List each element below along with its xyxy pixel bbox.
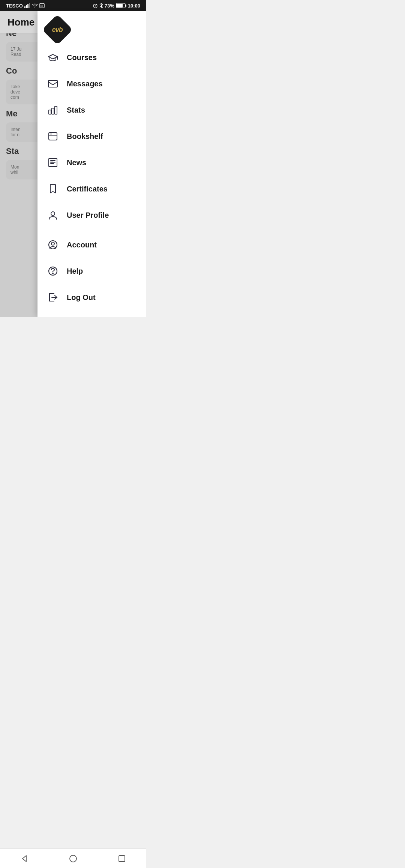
wifi-icon <box>32 3 38 8</box>
nav-label-stats: Stats <box>67 106 85 115</box>
nav-item-account[interactable]: Account <box>38 232 146 258</box>
nav-item-messages[interactable]: Messages <box>38 71 146 97</box>
svg-rect-1 <box>26 5 27 8</box>
nav-item-logout[interactable]: Log Out <box>38 284 146 310</box>
nav-item-user-profile[interactable]: User Profile <box>38 202 146 228</box>
svg-rect-16 <box>51 161 52 162</box>
nav-label-certificates: Certificates <box>67 185 108 193</box>
app-logo: evb <box>42 14 73 45</box>
svg-rect-11 <box>49 110 51 114</box>
svg-rect-2 <box>27 4 28 8</box>
user-icon <box>46 209 59 222</box>
svg-rect-0 <box>24 6 26 8</box>
nav-drawer: evb Courses Messages <box>38 11 146 317</box>
nav-label-messages: Messages <box>67 80 103 88</box>
svg-rect-9 <box>116 4 123 8</box>
drawer-logo: evb <box>38 11 146 44</box>
battery-text: 73% <box>105 3 114 9</box>
nav-label-courses: Courses <box>67 53 97 62</box>
news-icon <box>46 156 59 169</box>
nav-item-courses[interactable]: Courses <box>38 44 146 71</box>
nav-item-bookshelf[interactable]: Bookshelf <box>38 123 146 149</box>
svg-point-18 <box>51 212 55 215</box>
status-left: TESCO N <box>6 3 45 9</box>
nav-item-help[interactable]: Help <box>38 258 146 284</box>
battery-icon <box>116 3 126 8</box>
message-icon <box>46 77 59 90</box>
nav-item-news[interactable]: News <box>38 149 146 176</box>
nav-label-user-profile: User Profile <box>67 211 109 220</box>
svg-point-22 <box>52 273 53 274</box>
time-text: 10:00 <box>128 3 140 9</box>
nav-label-logout: Log Out <box>67 293 96 302</box>
nav-label-bookshelf: Bookshelf <box>67 132 103 141</box>
carrier-text: TESCO <box>6 3 23 9</box>
bookshelf-icon <box>46 130 59 143</box>
nfc-icon: N <box>39 3 45 8</box>
graduation-cap-icon <box>46 51 59 64</box>
account-icon <box>46 238 59 251</box>
svg-rect-13 <box>55 106 57 114</box>
help-icon <box>46 265 59 277</box>
svg-rect-10 <box>48 80 57 87</box>
certificates-icon <box>46 182 59 195</box>
nav-label-account: Account <box>67 241 97 249</box>
nav-item-stats[interactable]: Stats <box>38 97 146 123</box>
logout-icon <box>46 291 59 304</box>
svg-point-20 <box>51 242 54 245</box>
svg-rect-14 <box>49 133 57 140</box>
svg-rect-8 <box>125 5 126 7</box>
svg-text:N: N <box>40 5 43 8</box>
nav-label-help: Help <box>67 267 83 276</box>
logo-text: evb <box>52 26 63 34</box>
stats-icon <box>46 104 59 116</box>
alarm-icon <box>93 3 98 8</box>
svg-rect-12 <box>52 108 54 114</box>
status-right: 73% 10:00 <box>93 3 140 9</box>
bluetooth-icon <box>99 3 103 8</box>
signal-icon <box>24 3 30 8</box>
nav-label-news: News <box>67 158 86 167</box>
svg-rect-3 <box>29 3 30 8</box>
status-bar: TESCO N 73% <box>0 0 146 11</box>
nav-divider <box>38 230 146 230</box>
nav-item-certificates[interactable]: Certificates <box>38 176 146 202</box>
